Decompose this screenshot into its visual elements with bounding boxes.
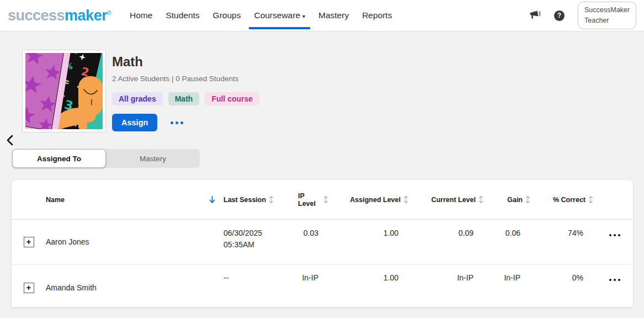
sort-both-icon	[588, 195, 593, 204]
topbar-right-group: ? SuccessMaker Teacher	[529, 2, 636, 30]
students-table-card: Name Last Session IP Level Assigned Leve…	[12, 180, 633, 307]
tab-mastery[interactable]: Mastery	[106, 149, 200, 168]
top-navigation-bar: successmaker® Home Students Groups Cours…	[0, 0, 644, 31]
successmaker-logo[interactable]: successmaker®	[8, 7, 111, 24]
announcements-megaphone-icon[interactable]	[529, 10, 541, 20]
current-level-cell: 0.09	[412, 220, 487, 237]
column-header-name[interactable]: Name	[46, 195, 223, 204]
column-header-last-session[interactable]: Last Session	[223, 195, 298, 204]
help-icon[interactable]: ?	[554, 10, 565, 21]
table-row: + Amanda Smith -- In-IP 1.00 In-IP In-IP…	[12, 264, 633, 307]
back-chevron-icon[interactable]	[6, 134, 14, 149]
sort-both-icon	[269, 195, 274, 204]
course-thumbnail-image: 1 % 2 = ✛ 3 ÷	[22, 50, 106, 132]
chevron-down-icon: ▾	[302, 13, 305, 19]
active-nav-underline	[249, 27, 310, 29]
nav-item-mastery[interactable]: Mastery	[313, 10, 354, 20]
logo-part-success: success	[8, 7, 65, 24]
student-name: Amanda Smith	[46, 283, 223, 292]
course-more-options-icon[interactable]	[168, 119, 185, 126]
tab-assigned-to[interactable]: Assigned To	[12, 149, 106, 168]
row-more-options-icon[interactable]	[607, 232, 622, 239]
tag-math: Math	[168, 92, 200, 105]
ip-level-cell: In-IP	[298, 264, 332, 282]
main-nav: Home Students Groups Courseware▾ Mastery…	[123, 10, 398, 20]
nav-item-courseware[interactable]: Courseware▾	[249, 10, 310, 20]
column-header-gain[interactable]: Gain	[487, 195, 534, 204]
last-session-cell: 06/30/2025 05:35AM	[223, 220, 298, 251]
last-session-cell: --	[223, 264, 298, 284]
expand-row-button[interactable]: +	[24, 237, 34, 247]
nav-item-groups[interactable]: Groups	[208, 10, 246, 20]
ip-level-cell: 0.03	[298, 220, 332, 237]
course-tags: All grades Math Full course	[112, 92, 259, 105]
course-actions: Assign	[112, 114, 259, 131]
nav-item-students[interactable]: Students	[161, 10, 204, 20]
expand-row-button[interactable]: +	[24, 283, 34, 293]
registered-mark: ®	[107, 10, 111, 16]
table-header-row: Name Last Session IP Level Assigned Leve…	[12, 180, 633, 220]
percent-correct-cell: 74%	[534, 220, 597, 237]
page-content: 1 % 2 = ✛ 3 ÷	[0, 50, 644, 307]
column-header-assigned-level[interactable]: Assigned Level	[332, 195, 412, 204]
sort-both-icon	[323, 195, 328, 204]
course-header-section: 1 % 2 = ✛ 3 ÷	[22, 50, 644, 132]
sort-both-icon	[478, 195, 483, 204]
column-header-current-level[interactable]: Current Level	[412, 195, 487, 204]
tag-all-grades: All grades	[112, 92, 163, 105]
sort-both-icon	[403, 195, 408, 204]
gain-cell: 0.06	[487, 220, 534, 237]
course-subtitle: 2 Active Students | 0 Paused Students	[112, 75, 259, 83]
percent-correct-cell: 0%	[534, 264, 597, 282]
table-row: + Aaron Jones 06/30/2025 05:35AM 0.03 1.…	[12, 220, 633, 264]
nav-item-home[interactable]: Home	[125, 10, 157, 20]
assigned-level-cell: 1.00	[332, 220, 412, 237]
column-header-percent-correct[interactable]: % Correct	[534, 195, 597, 204]
tag-full-course: Full course	[205, 92, 259, 105]
user-name-line2: Teacher	[584, 15, 630, 26]
logo-part-maker: maker	[65, 7, 107, 24]
column-header-ip-level[interactable]: IP Level	[298, 192, 332, 208]
nav-item-reports[interactable]: Reports	[357, 10, 397, 20]
user-name-line1: SuccessMaker	[584, 5, 630, 15]
sort-descending-icon	[209, 195, 216, 204]
view-tabs: Assigned To Mastery	[12, 149, 200, 168]
row-more-options-icon[interactable]	[607, 277, 622, 283]
assign-button[interactable]: Assign	[112, 114, 157, 131]
current-level-cell: In-IP	[412, 264, 487, 282]
assigned-level-cell: 1.00	[332, 264, 412, 282]
student-name: Aaron Jones	[46, 237, 223, 246]
user-account-box[interactable]: SuccessMaker Teacher	[578, 2, 636, 30]
sort-both-icon	[525, 195, 530, 204]
course-info: Math 2 Active Students | 0 Paused Studen…	[112, 50, 259, 132]
gain-cell: In-IP	[487, 264, 534, 282]
course-title: Math	[112, 54, 259, 70]
